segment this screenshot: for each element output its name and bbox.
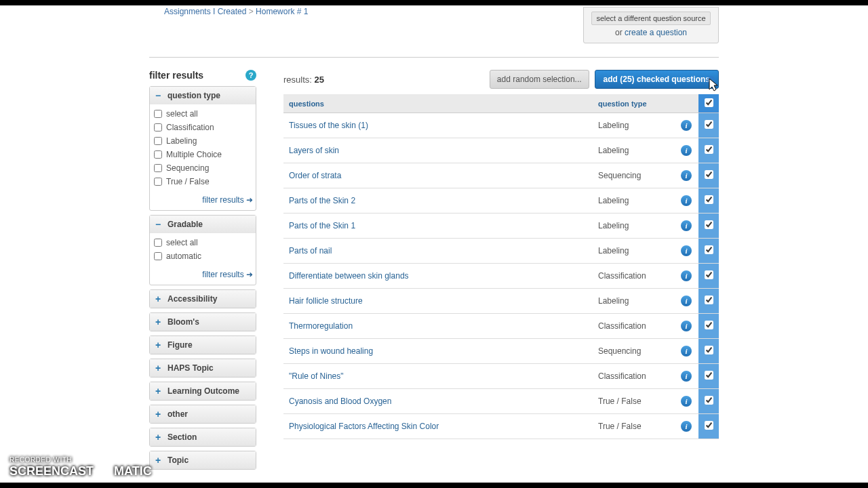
filter-option[interactable]: Sequencing [154,161,252,175]
question-link[interactable]: Parts of nail [289,246,332,256]
panel-header[interactable]: +Learning Outcome [150,382,256,400]
expand-icon: + [155,386,163,396]
filter-option[interactable]: select all [154,236,252,249]
info-icon[interactable]: i [681,321,692,331]
info-icon[interactable]: i [681,346,692,357]
question-type: Labeling [593,138,674,163]
panel-header[interactable]: +Topic [150,451,256,469]
question-link[interactable]: Order of strata [289,171,341,180]
panel-collapsed: +HAPS Topic [149,359,256,378]
table-row: Differentiate between skin glands Classi… [283,264,719,289]
row-checkbox[interactable] [705,145,713,154]
filter-option[interactable]: select all [154,107,252,121]
question-type: Labeling [593,188,674,214]
filter-option[interactable]: automatic [154,249,252,263]
info-icon[interactable]: i [681,145,692,156]
filter-checkbox[interactable] [154,150,162,159]
table-row: Order of strata Sequencing i [283,163,719,188]
question-type: True / False [593,389,674,414]
add-checked-button[interactable]: add (25) checked questions [595,70,719,89]
col-header-questions[interactable]: questions [283,94,593,113]
panel-title: HAPS Topic [167,363,214,373]
filter-results-link-gradable[interactable]: filter results ➜ [202,270,253,279]
panel-header-question-type[interactable]: − question type [150,87,256,104]
question-link[interactable]: Parts of the Skin 2 [289,196,355,205]
filter-results-link-qtype[interactable]: filter results ➜ [202,195,253,205]
panel-header-gradable[interactable]: − Gradable [150,216,256,233]
help-icon[interactable]: ? [245,70,256,81]
panel-header[interactable]: +Section [150,428,256,446]
expand-icon: + [155,455,163,466]
filter-checkbox[interactable] [154,178,162,186]
row-checkbox[interactable] [705,270,713,279]
row-checkbox[interactable] [705,245,713,254]
filter-checkbox[interactable] [154,110,162,118]
row-checkbox[interactable] [705,120,713,129]
row-checkbox[interactable] [705,396,713,405]
filter-label: Classification [166,123,214,132]
filter-option[interactable]: Multiple Choice [154,148,252,161]
create-question-link[interactable]: create a question [625,28,687,37]
row-checkbox[interactable] [705,220,713,229]
filter-checkbox[interactable] [154,123,162,131]
table-row: Cyanosis and Blood Oxygen True / False i [283,389,719,414]
table-row: Tissues of the skin (1) Labeling i [283,113,719,138]
filter-checkbox[interactable] [154,239,162,247]
table-row: Hair follicle structure Labeling i [283,289,719,314]
info-icon[interactable]: i [681,270,692,281]
filter-checkbox[interactable] [154,164,162,172]
results-count: results: 25 [283,75,324,85]
filter-option[interactable]: True / False [154,175,252,188]
row-checkbox[interactable] [705,321,713,329]
info-icon[interactable]: i [681,396,692,407]
question-link[interactable]: Tissues of the skin (1) [289,121,368,130]
question-link[interactable]: Parts of the Skin 1 [289,221,355,230]
question-link[interactable]: "Rule of Nines" [289,371,344,381]
panel-header[interactable]: +Figure [150,336,256,354]
row-checkbox[interactable] [705,195,713,204]
question-link[interactable]: Steps in wound healing [289,346,373,356]
info-icon[interactable]: i [681,371,692,382]
add-random-button[interactable]: add random selection... [490,70,589,89]
info-icon[interactable]: i [681,220,692,231]
filter-label: select all [166,109,198,119]
question-link[interactable]: Cyanosis and Blood Oxygen [289,396,391,406]
breadcrumb-link-assignments[interactable]: Assignments I Created [164,7,246,16]
select-source-button[interactable]: select a different question source [591,12,710,25]
question-type: Classification [593,264,674,289]
info-icon[interactable]: i [681,170,692,181]
question-link[interactable]: Layers of skin [289,146,339,155]
row-checkbox[interactable] [705,421,713,430]
row-checkbox[interactable] [705,170,713,179]
row-checkbox[interactable] [705,346,713,354]
filter-option[interactable]: Classification [154,121,252,134]
select-all-checkbox[interactable] [705,98,713,107]
filter-label: automatic [166,251,201,261]
panel-header[interactable]: +Accessibility [150,290,256,308]
filter-checkbox[interactable] [154,137,162,145]
panel-header[interactable]: +Bloom's [150,313,256,331]
col-header-type[interactable]: question type [593,94,674,113]
row-checkbox[interactable] [705,371,713,380]
col-header-check[interactable] [698,94,719,113]
info-icon[interactable]: i [681,195,692,206]
question-link[interactable]: Differentiate between skin glands [289,271,409,281]
question-source-box: select a different question source or cr… [583,7,719,43]
info-icon[interactable]: i [681,245,692,256]
question-link[interactable]: Thermoregulation [289,321,353,331]
info-icon[interactable]: i [681,296,692,306]
question-link[interactable]: Physiological Factors Affecting Skin Col… [289,422,439,431]
info-icon[interactable]: i [681,120,692,131]
filter-checkbox[interactable] [154,252,162,260]
filter-option[interactable]: Labeling [154,134,252,148]
question-link[interactable]: Hair follicle structure [289,296,363,306]
row-checkbox[interactable] [705,296,713,304]
panel-title: other [167,409,188,419]
info-icon[interactable]: i [681,421,692,432]
panel-collapsed: +Figure [149,336,256,354]
question-type: Labeling [593,239,674,264]
panel-header[interactable]: +HAPS Topic [150,359,256,377]
panel-header[interactable]: +other [150,405,256,423]
breadcrumb-link-homework[interactable]: Homework # 1 [256,7,308,16]
filter-label: Labeling [166,136,197,146]
